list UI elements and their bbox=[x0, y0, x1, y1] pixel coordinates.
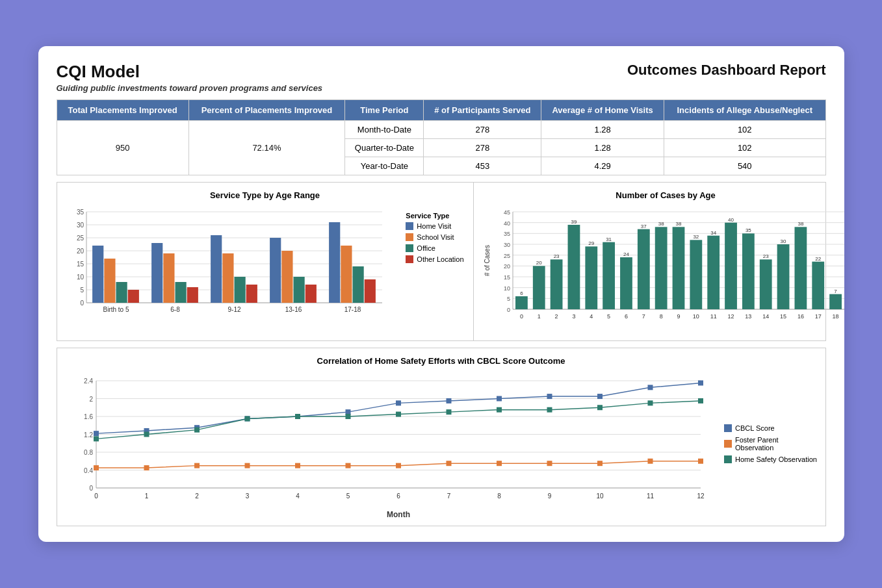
correlation-chart-container: Correlation of Home Safety Efforts with … bbox=[57, 348, 826, 526]
svg-text:35: 35 bbox=[76, 209, 84, 216]
svg-text:Month: Month bbox=[387, 510, 410, 519]
svg-rect-69 bbox=[532, 266, 545, 309]
svg-text:11: 11 bbox=[646, 492, 654, 500]
svg-rect-33 bbox=[270, 238, 281, 303]
svg-text:1: 1 bbox=[537, 313, 540, 320]
svg-text:14: 14 bbox=[762, 313, 769, 320]
age-chart-title: Number of Cases by Age bbox=[480, 190, 851, 200]
svg-rect-18 bbox=[92, 246, 103, 303]
svg-text:11: 11 bbox=[710, 313, 716, 320]
svg-rect-99 bbox=[707, 236, 720, 309]
participants-1: 278 bbox=[424, 139, 541, 157]
home-visits-header: Average # of Home Visits bbox=[541, 100, 664, 121]
report-title: Outcomes Dashboard Report bbox=[627, 62, 826, 79]
correlation-legend-item: Home Safety Observation bbox=[724, 455, 819, 463]
svg-text:40: 40 bbox=[503, 220, 510, 227]
svg-rect-183 bbox=[295, 414, 300, 419]
svg-text:0: 0 bbox=[80, 300, 84, 307]
service-legend-item: School Visit bbox=[406, 233, 463, 241]
service-chart-container: Service Type by Age Range 05101520253035… bbox=[57, 183, 474, 340]
age-chart-container: Number of Cases by Age 05101520253035404… bbox=[474, 183, 858, 340]
svg-text:5: 5 bbox=[346, 492, 350, 500]
svg-rect-166 bbox=[94, 465, 99, 470]
svg-text:31: 31 bbox=[606, 236, 612, 242]
svg-rect-19 bbox=[104, 259, 115, 303]
svg-text:5: 5 bbox=[506, 296, 510, 302]
svg-text:3: 3 bbox=[572, 313, 575, 320]
svg-text:10: 10 bbox=[692, 313, 699, 320]
svg-text:15: 15 bbox=[503, 274, 510, 281]
svg-text:0.8: 0.8 bbox=[84, 449, 93, 456]
svg-text:32: 32 bbox=[693, 234, 699, 240]
svg-rect-160 bbox=[446, 398, 451, 403]
svg-rect-23 bbox=[151, 243, 162, 303]
svg-rect-177 bbox=[647, 459, 653, 464]
svg-text:1.2: 1.2 bbox=[84, 431, 93, 439]
incidents-0: 102 bbox=[664, 121, 826, 139]
svg-text:24: 24 bbox=[623, 251, 629, 257]
svg-rect-78 bbox=[585, 246, 597, 309]
svg-rect-179 bbox=[94, 436, 99, 441]
svg-rect-191 bbox=[698, 398, 703, 403]
svg-text:10: 10 bbox=[76, 274, 84, 281]
app-subtitle: Guiding public investments toward proven… bbox=[57, 83, 323, 93]
svg-text:8: 8 bbox=[659, 313, 662, 320]
svg-text:16: 16 bbox=[797, 313, 803, 320]
svg-text:39: 39 bbox=[571, 219, 577, 225]
svg-rect-26 bbox=[187, 287, 198, 303]
svg-rect-96 bbox=[690, 240, 702, 309]
svg-rect-36 bbox=[305, 285, 316, 303]
svg-text:37: 37 bbox=[640, 224, 646, 229]
svg-rect-81 bbox=[603, 242, 615, 309]
svg-text:0: 0 bbox=[94, 492, 98, 500]
svg-text:5: 5 bbox=[607, 313, 610, 320]
svg-rect-184 bbox=[345, 414, 350, 419]
svg-text:9: 9 bbox=[677, 313, 680, 320]
svg-text:13: 13 bbox=[745, 313, 751, 320]
svg-rect-114 bbox=[794, 227, 807, 309]
svg-rect-87 bbox=[637, 229, 649, 309]
metrics-table: Total Placements Improved Percent of Pla… bbox=[57, 99, 826, 175]
correlation-legend-item: CBCL Score bbox=[724, 424, 819, 432]
svg-text:35: 35 bbox=[503, 231, 510, 237]
svg-text:6: 6 bbox=[624, 313, 627, 320]
visits-2: 4.29 bbox=[541, 157, 664, 175]
svg-text:7: 7 bbox=[447, 492, 450, 500]
service-legend-item: Other Location bbox=[406, 255, 463, 263]
svg-text:30: 30 bbox=[503, 242, 510, 248]
svg-text:38: 38 bbox=[675, 221, 681, 227]
incidents-2: 540 bbox=[664, 157, 826, 175]
svg-rect-165 bbox=[698, 380, 703, 385]
svg-rect-174 bbox=[497, 461, 502, 466]
header-row: CQI Model Guiding public investments tow… bbox=[57, 62, 826, 93]
correlation-legend-item: Foster Parent Observation bbox=[724, 436, 819, 452]
svg-rect-105 bbox=[742, 233, 754, 309]
svg-rect-161 bbox=[497, 396, 502, 402]
svg-text:13-16: 13-16 bbox=[285, 306, 302, 313]
incidents-header: Incidents of Allege Abuse/Neglect bbox=[664, 100, 826, 121]
svg-text:0.4: 0.4 bbox=[84, 467, 93, 474]
svg-text:2: 2 bbox=[89, 396, 93, 403]
svg-text:38: 38 bbox=[798, 221, 803, 227]
svg-text:35: 35 bbox=[745, 227, 751, 233]
svg-text:23: 23 bbox=[553, 253, 559, 259]
svg-text:1: 1 bbox=[144, 492, 148, 500]
svg-text:10: 10 bbox=[596, 492, 604, 500]
svg-rect-176 bbox=[597, 461, 603, 466]
svg-text:18: 18 bbox=[832, 313, 838, 320]
service-legend: Service TypeHome VisitSchool VisitOffice… bbox=[406, 212, 463, 266]
header-left: CQI Model Guiding public investments tow… bbox=[57, 62, 323, 93]
incidents-1: 102 bbox=[664, 139, 826, 157]
svg-rect-169 bbox=[244, 463, 250, 468]
svg-rect-29 bbox=[222, 253, 233, 303]
svg-text:0: 0 bbox=[506, 307, 510, 313]
svg-text:9-12: 9-12 bbox=[227, 306, 240, 313]
charts-row: Service Type by Age Range 05101520253035… bbox=[57, 182, 826, 341]
svg-text:15: 15 bbox=[780, 313, 786, 320]
svg-rect-190 bbox=[647, 400, 653, 405]
age-chart-svg: 051015202530354045# of Cases602012323932… bbox=[480, 205, 851, 335]
percent-placements-header: Percent of Placements Improved bbox=[188, 100, 345, 121]
percent-placements-value: 72.14% bbox=[188, 121, 345, 175]
period-1: Quarter-to-Date bbox=[345, 139, 424, 157]
service-legend-item: Office bbox=[406, 244, 463, 252]
